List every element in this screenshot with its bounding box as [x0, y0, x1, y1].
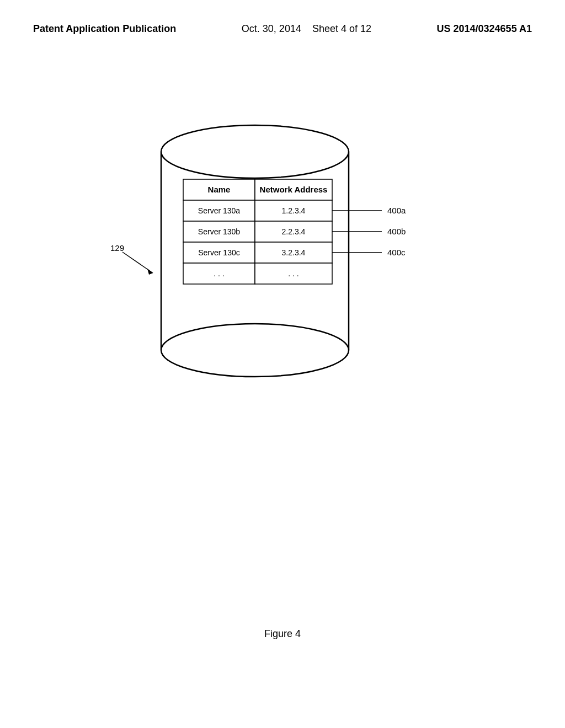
row4-name: . . . [214, 269, 224, 278]
row1-name: Server 130a [198, 206, 240, 215]
row2-name: Server 130b [198, 227, 240, 236]
row1-address: 1.2.3.4 [282, 206, 306, 215]
col-name-header: Name [208, 185, 231, 194]
row3-address: 3.2.3.4 [282, 248, 306, 257]
svg-point-3 [161, 324, 349, 377]
diagram-svg: Name Network Address Server 130a 1.2.3.4… [89, 119, 476, 427]
diagram-area: Name Network Address Server 130a 1.2.3.4… [0, 80, 565, 466]
date-sheet-label: Oct. 30, 2014 Sheet 4 of 12 [242, 22, 371, 36]
patent-number-label: US 2014/0324655 A1 [437, 22, 532, 36]
label-129: 129 [110, 243, 124, 253]
svg-point-4 [161, 125, 349, 178]
row3-name: Server 130c [198, 248, 239, 257]
sheet-label: Sheet 4 of 12 [312, 23, 371, 34]
row2-address: 2.2.3.4 [282, 227, 306, 236]
page-header: Patent Application Publication Oct. 30, … [0, 0, 565, 47]
date-label: Oct. 30, 2014 [242, 23, 301, 34]
label-400c: 400c [387, 248, 406, 257]
col-network-header: Network Address [260, 185, 328, 194]
figure-caption: Figure 4 [264, 628, 301, 640]
publication-label: Patent Application Publication [33, 22, 176, 36]
row4-address: . . . [288, 269, 299, 278]
label-400b: 400b [387, 227, 406, 236]
label-400a: 400a [387, 206, 406, 215]
svg-marker-19 [147, 269, 153, 275]
